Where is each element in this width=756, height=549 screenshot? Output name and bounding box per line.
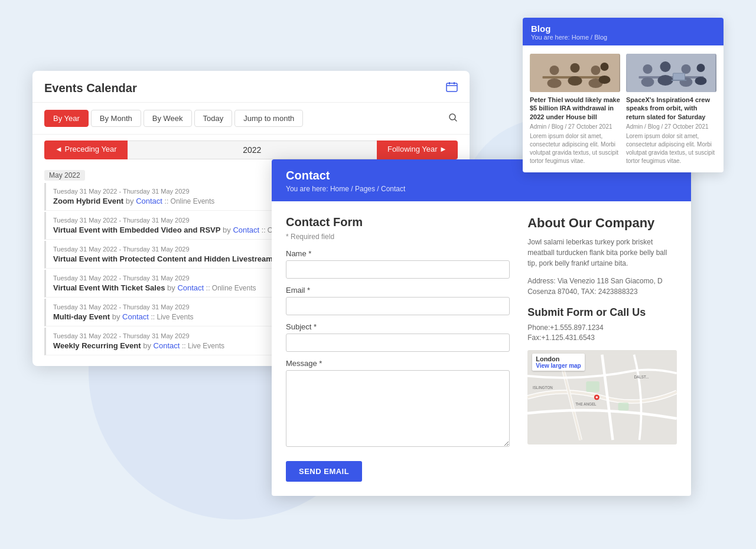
message-label: Message * [286,359,510,368]
event-name[interactable]: Multi-day Event [53,312,110,321]
prev-year-btn[interactable]: ◄ Preceding Year [44,140,128,159]
svg-point-25 [641,77,654,87]
email-field-group: Email * [286,286,510,315]
btn-jump-month[interactable]: Jump to month [234,110,303,127]
phone-number: Phone:+1.555.897.1234 [527,323,677,332]
contact-form-title: Contact Form [286,215,510,229]
blog-breadcrumb: You are here: Home / Blog [531,34,715,41]
subject-field-group: Subject * [286,322,510,352]
svg-rect-6 [618,403,629,411]
btn-by-month[interactable]: By Month [91,110,141,127]
email-input[interactable] [286,297,510,315]
required-note: * Required field [286,233,510,241]
svg-text:ISLINGTON: ISLINGTON [533,385,553,390]
blog-posts-container: Peter Thiel would likely make $5 billion… [523,45,724,172]
svg-point-17 [568,76,582,86]
subject-label: Subject * [286,322,510,331]
svg-rect-0 [447,83,457,92]
search-icon[interactable] [448,113,458,125]
svg-rect-5 [586,381,600,392]
fax-number: Fax:+1.125.431.6543 [527,334,677,342]
call-title: Submit Form or Call Us [527,306,677,319]
blog-post-1-title[interactable]: Peter Thiel would likely make $5 billion… [530,96,620,121]
svg-point-26 [660,61,671,72]
blog-post-2-meta: Admin / Blog / 27 October 2021 [626,123,716,130]
svg-text:DALST...: DALST... [634,375,649,379]
send-email-button[interactable]: SEND EMAIL [286,461,362,482]
next-year-btn[interactable]: Following Year ► [377,140,458,159]
map-link[interactable]: View larger map [536,362,581,369]
blog-post-2: SpaceX's Inspiration4 crew speaks from o… [626,54,716,165]
svg-point-30 [697,64,705,72]
contact-info-section: About Our Company Jowl salami leberkas t… [527,215,677,482]
event-name[interactable]: Virtual Event With Ticket Sales [53,283,165,292]
about-description: Jowl salami leberkas turkey pork brisket… [527,237,677,269]
blog-post-2-text: Lorem ipsum dolor sit amet, consectetur … [626,132,716,165]
svg-rect-12 [531,54,620,92]
svg-point-16 [571,63,580,73]
event-name[interactable]: Weekly Recurring Event [53,341,141,350]
svg-point-24 [643,64,653,74]
event-name[interactable]: Virtual Event with Protected Content and… [53,254,273,263]
calendar-toolbar: By Year By Month By Week Today Jump to m… [32,103,470,135]
contact-breadcrumb: You are here: Home / Pages / Contact [286,185,677,193]
map-label: London View larger map [532,354,585,371]
svg-point-18 [591,66,601,75]
calendar-nav: ◄ Preceding Year 2022 Following Year ► [44,140,458,159]
current-year: 2022 [128,140,377,159]
svg-rect-33 [672,80,687,81]
name-field-group: Name * [286,249,510,279]
svg-point-31 [695,77,707,85]
blog-post-1-meta: Admin / Blog / 27 October 2021 [530,123,620,130]
month-label: May 2022 [44,170,85,181]
blog-post-2-image [626,54,716,92]
about-address: Address: Via Venezio 118 San Giacomo, D … [527,276,677,297]
btn-by-week[interactable]: By Week [144,110,192,127]
email-label: Email * [286,286,510,295]
btn-today[interactable]: Today [194,110,233,127]
subject-input[interactable] [286,334,510,352]
name-label: Name * [286,249,510,258]
svg-point-15 [548,79,562,88]
contact-body: Contact Form * Required field Name * Ema… [272,201,691,496]
svg-point-20 [601,63,609,71]
svg-rect-32 [673,73,685,80]
message-textarea[interactable] [286,370,510,447]
svg-text:THE ANGEL: THE ANGEL [575,402,597,406]
btn-by-year[interactable]: By Year [44,110,89,127]
event-name[interactable]: Virtual Event with Embedded Video and RS… [53,226,220,234]
contact-window: Contact You are here: Home / Pages / Con… [272,159,691,496]
message-field-group: Message * [286,359,510,449]
blog-header: Blog You are here: Home / Blog [523,18,724,45]
calendar-icon [446,81,458,95]
svg-rect-22 [627,54,716,92]
name-input[interactable] [286,260,510,279]
calendar-title: Events Calendar [44,81,137,95]
about-title: About Our Company [527,215,677,231]
svg-point-14 [550,66,559,75]
blog-title: Blog [531,24,715,34]
blog-post-1-text: Lorem ipsum dolor sit amet, consectetur … [530,132,620,165]
svg-rect-2 [454,82,455,84]
blog-post-2-title[interactable]: SpaceX's Inspiration4 crew speaks from o… [626,96,716,121]
contact-form-section: Contact Form * Required field Name * Ema… [286,215,510,482]
svg-point-11 [596,396,598,398]
svg-point-28 [682,64,691,74]
svg-rect-1 [449,82,450,84]
svg-point-27 [658,75,673,86]
svg-point-21 [599,76,611,84]
map-container: London View larger map [527,350,677,445]
people-illustration-1 [530,54,620,92]
blog-post-1-image [530,54,620,92]
event-name[interactable]: Zoom Hybrid Event [53,197,123,205]
blog-window: Blog You are here: Home / Blog [523,18,724,172]
blog-post-1: Peter Thiel would likely make $5 billion… [530,54,620,165]
people-illustration-2 [626,54,716,92]
